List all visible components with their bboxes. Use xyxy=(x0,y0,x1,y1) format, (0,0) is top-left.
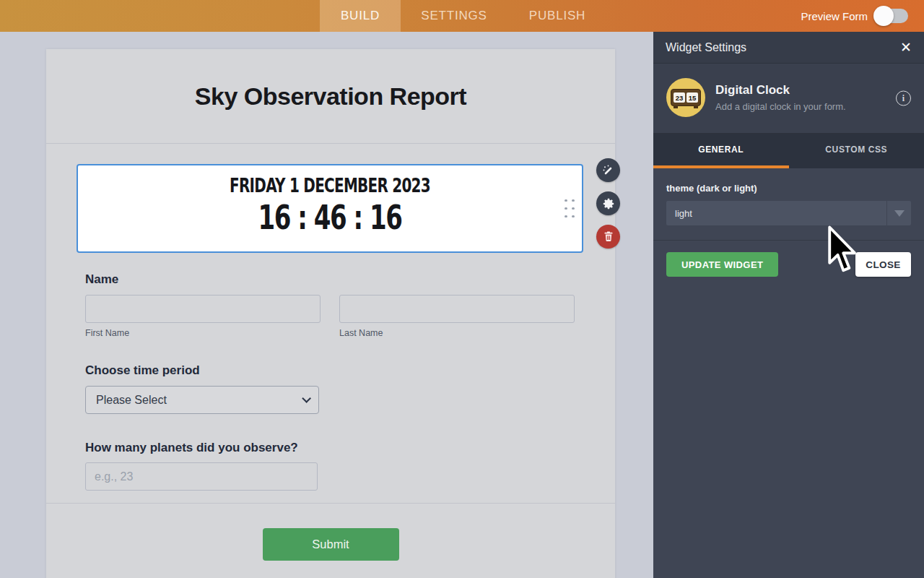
widget-settings-button[interactable] xyxy=(596,191,620,215)
name-inputs: First Name Last Name xyxy=(85,295,576,338)
form-builder-canvas: Sky Observation Report FRIDAY 1 DECEMBER… xyxy=(0,32,653,578)
form-title: Sky Observation Report xyxy=(195,82,466,111)
time-period-question-label: Choose time period xyxy=(85,363,576,378)
toggle-knob xyxy=(873,6,894,26)
theme-selected-value: light xyxy=(666,208,886,219)
widget-name: Digital Clock xyxy=(715,83,846,98)
flip-clock-icon: 23 15 xyxy=(671,89,701,106)
theme-setting-label: theme (dark or light) xyxy=(666,183,911,194)
form-card: Sky Observation Report FRIDAY 1 DECEMBER… xyxy=(46,49,615,578)
info-icon[interactable]: i xyxy=(896,91,911,106)
panel-header: Widget Settings ✕ xyxy=(653,32,924,64)
update-widget-button[interactable]: UPDATE WIDGET xyxy=(666,252,778,277)
last-name-sublabel: Last Name xyxy=(339,328,575,338)
panel-tabs: GENERAL CUSTOM CSS xyxy=(653,134,924,168)
form-body: FRIDAY 1 DECEMBER 2023 16 : 46 : 16 xyxy=(46,164,615,491)
panel-content: theme (dark or light) light UPDATE WIDGE… xyxy=(653,168,924,277)
last-name-input[interactable] xyxy=(339,295,575,323)
flip-clock-hours: 23 xyxy=(674,92,685,103)
wizard-wand-button[interactable] xyxy=(596,158,620,182)
digital-clock-widget[interactable]: FRIDAY 1 DECEMBER 2023 16 : 46 : 16 xyxy=(77,164,583,253)
preview-form-label: Preview Form xyxy=(801,10,868,22)
widget-action-buttons xyxy=(596,158,620,249)
tab-build[interactable]: BUILD xyxy=(320,0,401,32)
drag-handle-icon[interactable] xyxy=(565,199,575,218)
form-header[interactable]: Sky Observation Report xyxy=(46,49,615,144)
gear-icon xyxy=(602,197,615,210)
widget-settings-panel: Widget Settings ✕ 23 15 Digital Clock Ad… xyxy=(653,32,924,578)
delete-widget-button[interactable] xyxy=(596,225,620,249)
digital-clock-badge-icon: 23 15 xyxy=(666,78,705,117)
widget-description: Add a digital clock in your form. xyxy=(715,101,846,112)
close-icon[interactable]: ✕ xyxy=(900,40,912,54)
dropdown-arrow-icon xyxy=(894,210,905,217)
panel-footer: UPDATE WIDGET CLOSE xyxy=(666,241,911,277)
tab-custom-css[interactable]: CUSTOM CSS xyxy=(789,134,924,168)
first-name-input[interactable] xyxy=(85,295,321,323)
first-name-sublabel: First Name xyxy=(85,328,321,338)
dropdown-arrow-box xyxy=(886,201,911,225)
flip-clock-minutes: 15 xyxy=(687,92,698,103)
panel-title: Widget Settings xyxy=(666,41,746,54)
trash-icon xyxy=(603,231,614,242)
clock-date: FRIDAY 1 DECEMBER 2023 xyxy=(144,174,517,197)
theme-dropdown[interactable]: light xyxy=(666,201,911,225)
widget-info-section: 23 15 Digital Clock Add a digital clock … xyxy=(653,64,924,134)
time-period-selected-value: Please Select xyxy=(96,394,167,407)
submit-button[interactable]: Submit xyxy=(263,528,399,561)
preview-form-control: Preview Form xyxy=(801,0,908,32)
top-bar: BUILD SETTINGS PUBLISH Preview Form xyxy=(0,0,924,32)
tab-settings[interactable]: SETTINGS xyxy=(401,0,507,32)
widget-meta: Digital Clock Add a digital clock in you… xyxy=(715,83,846,112)
tab-publish[interactable]: PUBLISH xyxy=(507,0,607,32)
clock-time: 16 : 46 : 16 xyxy=(144,198,517,237)
name-question-label: Name xyxy=(85,272,576,287)
tab-general[interactable]: GENERAL xyxy=(653,134,789,168)
close-panel-button[interactable]: CLOSE xyxy=(855,252,911,277)
top-navigation: BUILD SETTINGS PUBLISH xyxy=(320,0,607,32)
planets-count-input[interactable] xyxy=(85,462,318,491)
planets-question-label: How many planets did you observe? xyxy=(85,441,576,455)
preview-form-toggle[interactable] xyxy=(875,9,908,23)
time-period-select[interactable]: Please Select xyxy=(85,386,319,414)
form-footer: Submit xyxy=(46,503,615,578)
clock-widget-row: FRIDAY 1 DECEMBER 2023 16 : 46 : 16 xyxy=(77,164,585,253)
magic-wand-icon xyxy=(602,164,614,176)
chevron-down-icon xyxy=(302,394,311,403)
